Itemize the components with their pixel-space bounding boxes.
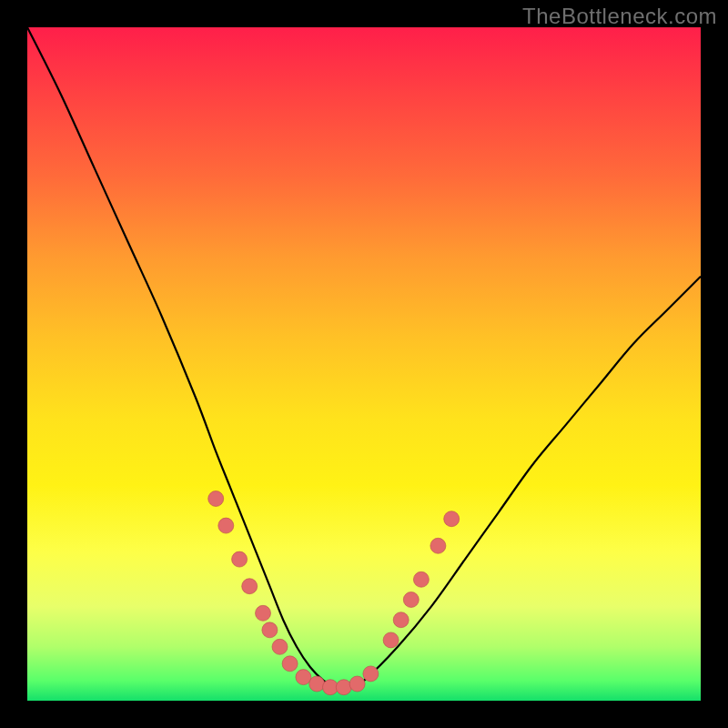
curve-marker: [232, 551, 248, 567]
bottleneck-curve: [27, 27, 701, 688]
chart-svg: [27, 27, 701, 701]
chart-outer-frame: TheBottleneck.com: [0, 0, 728, 728]
curve-marker: [323, 680, 339, 695]
watermark-label: TheBottleneck.com: [522, 4, 717, 29]
curve-marker: [444, 511, 460, 527]
curve-marker: [256, 605, 271, 621]
curve-marker: [336, 680, 351, 695]
curve-marker: [430, 538, 446, 553]
chart-plot-area: [27, 27, 701, 701]
curve-marker: [296, 670, 311, 685]
curve-marker: [413, 571, 429, 587]
curve-marker: [282, 656, 298, 672]
curve-marker: [242, 579, 258, 594]
curve-marker: [349, 676, 365, 692]
curve-marker: [383, 632, 399, 648]
curve-marker: [272, 639, 288, 654]
marker-group: [208, 491, 460, 695]
curve-marker: [363, 666, 379, 682]
curve-marker: [309, 676, 325, 692]
curve-marker: [393, 612, 409, 628]
curve-marker: [208, 491, 224, 507]
curve-marker: [403, 592, 419, 608]
curve-marker: [218, 518, 234, 533]
curve-marker: [262, 622, 278, 638]
